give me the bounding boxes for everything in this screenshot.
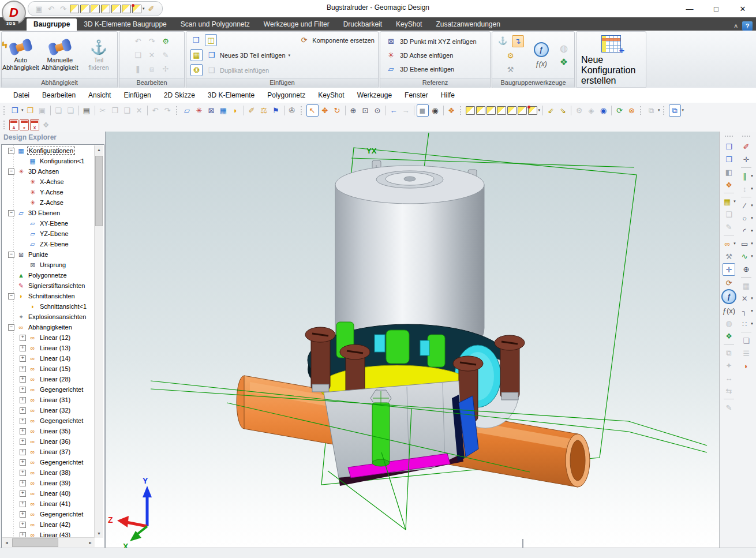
tree-item-3d-ebenen[interactable]: −▱3D Ebenen <box>2 208 95 218</box>
tree-item-schnittansichten[interactable]: −◗Schnittansichten <box>2 291 95 301</box>
tree-item-label[interactable]: Schnittansicht<1 <box>39 303 88 310</box>
parallel-constraint-icon[interactable]: ∥ <box>739 170 750 182</box>
scroll-left-icon[interactable]: ◄ <box>2 538 11 547</box>
dependency-icon[interactable]: ∞ <box>721 238 733 249</box>
insert-component-icon[interactable]: ❒ <box>723 141 735 152</box>
mate-tool-icon[interactable]: ✛ <box>723 263 735 276</box>
dropdown-caret[interactable]: ▾ <box>751 321 753 326</box>
design-explorer-tree[interactable]: −▦Konfigurationen▦Konfiguration<1−✳3D Ac… <box>2 145 95 538</box>
zoom-in-icon[interactable]: ⊕ <box>348 105 359 116</box>
menu-polygonnetz[interactable]: Polygonnetz <box>261 91 312 99</box>
tree-expander[interactable]: + <box>20 439 26 445</box>
grip-handle[interactable] <box>3 121 6 129</box>
insert-plane-icon[interactable]: ▱ <box>182 105 193 116</box>
view-back-icon[interactable] <box>518 106 527 115</box>
equations-icon[interactable]: ƒ(x) <box>535 60 547 68</box>
arc-tool-icon[interactable]: ◜ <box>739 225 750 237</box>
shaded-view-icon[interactable]: ◼ <box>417 104 429 117</box>
configurations-icon[interactable]: ▦ <box>218 105 229 116</box>
tree-item-yz-ebene[interactable]: ▱YZ-Ebene <box>2 229 95 239</box>
menu-3d-k-elemente[interactable]: 3D K-Elemente <box>201 91 261 99</box>
tree-item-konfiguration-1[interactable]: ▦Konfiguration<1 <box>2 156 95 166</box>
view-iso-icon[interactable] <box>466 106 475 115</box>
dropdown-caret[interactable]: ▾ <box>751 174 753 178</box>
move-component-icon[interactable]: ↴ <box>512 35 524 47</box>
rotate-view-icon[interactable]: ↻ <box>332 105 343 116</box>
tree-item-y-achse[interactable]: ✳Y-Achse <box>2 187 95 197</box>
tree-item-label[interactable]: Explosionsansichten <box>27 313 87 320</box>
tree-expander[interactable]: + <box>20 449 26 455</box>
dropdown-caret[interactable]: ▾ <box>538 108 541 113</box>
sketch-pattern-icon[interactable]: ∷ <box>739 318 750 329</box>
tree-item-linear-12[interactable]: +∞Linear (12) <box>2 332 95 343</box>
tree-item-explosionsansichten[interactable]: ✦Explosionsansichten <box>2 312 95 322</box>
tree-horizontal-scrollbar[interactable]: ◄ ► <box>2 537 95 547</box>
tree-item-label[interactable]: Linear (42) <box>39 521 72 528</box>
tree-item-label[interactable]: Linear (36) <box>39 438 72 445</box>
menu-ansicht[interactable]: Ansicht <box>82 91 117 99</box>
rectangle-tool-icon[interactable]: ▭ <box>739 238 750 249</box>
tree-expander[interactable]: + <box>20 480 26 486</box>
viewport-canvas[interactable]: YX <box>106 132 720 548</box>
insert-3d-plane-button[interactable]: ▱ 3D Ebene einfügen <box>380 62 490 76</box>
tree-vertical-scrollbar[interactable]: ▲ ▼ <box>94 145 103 538</box>
tree-expander[interactable]: + <box>20 470 26 476</box>
tree-item-label[interactable]: Gegengerichtet <box>39 459 84 466</box>
dropdown-caret[interactable]: ▾ <box>658 108 660 113</box>
viewport-3d[interactable]: YX <box>105 132 720 548</box>
equations-circle-icon[interactable]: ƒ <box>721 289 736 304</box>
zoom-fit-icon[interactable]: ⊙ <box>372 105 383 116</box>
scroll-down-icon[interactable]: ▼ <box>95 529 103 538</box>
tree-item-label[interactable]: Abhängigkeiten <box>27 324 73 331</box>
view-left-icon[interactable] <box>507 106 517 115</box>
maximize-button[interactable]: □ <box>703 0 729 17</box>
dropdown-caret[interactable]: ▾ <box>733 199 736 204</box>
dropdown-caret[interactable]: ▾ <box>682 108 684 113</box>
design-explorer-toggle-icon[interactable]: ⧉ <box>669 104 681 117</box>
tree-item-signierstiftansichten[interactable]: ✎Signierstiftansichten <box>2 280 95 291</box>
tree-item-gegengerichtet[interactable]: +∞Gegengerichtet <box>2 457 95 467</box>
view-right-icon[interactable] <box>497 106 506 115</box>
project-from-sketch-icon[interactable]: ⇘ <box>557 105 568 116</box>
tree-item-label[interactable]: Signierstiftansichten <box>27 282 86 289</box>
circular-pattern-icon[interactable]: ❂ <box>190 64 203 76</box>
tree-expander[interactable]: + <box>20 459 26 466</box>
tree-expander[interactable]: − <box>8 210 14 216</box>
tree-item-label[interactable]: Ursprung <box>39 261 67 268</box>
tree-item-label[interactable]: 3D Ebenen <box>27 209 61 216</box>
tree-item-linear-15[interactable]: +∞Linear (15) <box>2 364 95 374</box>
pdf-xps-export-icon[interactable]: X <box>30 119 39 130</box>
tree-expander[interactable]: + <box>20 407 26 414</box>
tree-item-z-achse[interactable]: ✳Z-Achse <box>2 197 95 208</box>
tree-item-3d-achsen[interactable]: −✳3D Achsen <box>2 166 95 177</box>
dropdown-caret[interactable]: ▾ <box>751 203 753 208</box>
menu-datei[interactable]: Datei <box>7 91 36 99</box>
dropdown-caret[interactable]: ▾ <box>751 241 753 246</box>
tree-item-linear-28[interactable]: +∞Linear (28) <box>2 374 95 384</box>
tree-expander[interactable]: + <box>20 366 26 372</box>
tree-item-gegengerichtet[interactable]: +∞Gegengerichtet <box>2 384 95 395</box>
tab-baugruppe[interactable]: Baugruppe <box>27 18 77 31</box>
app-logo[interactable]: D 3DS <box>2 1 26 26</box>
help-button[interactable]: ? <box>742 21 753 31</box>
trim-icon[interactable]: ✕ <box>739 293 750 304</box>
menu-werkzeuge[interactable]: Werkzeuge <box>351 91 398 99</box>
dropdown-caret[interactable]: ▾ <box>751 309 753 313</box>
insert-3d-point-button[interactable]: ⊠ 3D Punkt mit XYZ einfügen <box>380 35 490 48</box>
tree-item-linear-41[interactable]: +∞Linear (41) <box>2 499 95 509</box>
tree-item-xy-ebene[interactable]: ▱XY-Ebene <box>2 218 95 229</box>
tree-item-label[interactable]: Punkte <box>27 251 49 258</box>
equations-circle-icon[interactable]: ƒ <box>534 42 549 57</box>
tree-expander[interactable]: + <box>20 418 26 424</box>
tree-item-label[interactable]: ZX-Ebene <box>39 241 70 248</box>
insert-3d-axis-button[interactable]: ✳ 3D Achse einfügen <box>380 48 490 62</box>
tree-expander[interactable]: − <box>8 168 14 175</box>
tree-expander[interactable]: + <box>20 490 26 497</box>
insert-component-icon[interactable]: ❒ <box>190 35 201 46</box>
tree-item-ursprung[interactable]: ⊠Ursprung <box>2 260 95 270</box>
grip-handle[interactable] <box>460 106 463 115</box>
view-front-icon[interactable] <box>476 106 485 115</box>
tree-item-label[interactable]: Gegengerichtet <box>39 511 84 518</box>
tree-item-linear-42[interactable]: +∞Linear (42) <box>2 519 95 530</box>
hide-part-icon[interactable]: ◉ <box>598 105 609 116</box>
